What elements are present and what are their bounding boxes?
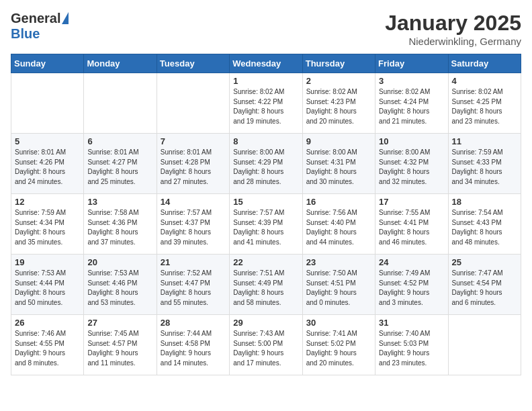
day-header-monday: Monday xyxy=(84,54,157,73)
day-number: 25 xyxy=(452,257,517,267)
calendar-week-1: 1Sunrise: 8:02 AMSunset: 4:22 PMDaylight… xyxy=(11,73,521,134)
calendar-week-4: 19Sunrise: 7:53 AMSunset: 4:44 PMDayligh… xyxy=(11,255,521,315)
day-number: 11 xyxy=(452,136,517,146)
logo: General Blue xyxy=(11,11,69,42)
day-number: 26 xyxy=(15,318,80,328)
day-info: Sunrise: 7:56 AMSunset: 4:40 PMDaylight:… xyxy=(306,208,371,247)
day-info: Sunrise: 7:57 AMSunset: 4:39 PMDaylight:… xyxy=(233,208,298,247)
calendar-cell: 1Sunrise: 8:02 AMSunset: 4:22 PMDaylight… xyxy=(230,73,302,134)
calendar-cell: 30Sunrise: 7:41 AMSunset: 5:02 PMDayligh… xyxy=(302,315,375,375)
day-info: Sunrise: 8:02 AMSunset: 4:22 PMDaylight:… xyxy=(233,87,298,126)
day-number: 21 xyxy=(161,257,226,267)
day-info: Sunrise: 8:01 AMSunset: 4:26 PMDaylight:… xyxy=(15,148,80,187)
calendar-cell: 2Sunrise: 8:02 AMSunset: 4:23 PMDaylight… xyxy=(302,73,375,134)
day-number: 9 xyxy=(306,136,371,146)
calendar-cell: 15Sunrise: 7:57 AMSunset: 4:39 PMDayligh… xyxy=(230,194,302,255)
calendar-cell: 25Sunrise: 7:47 AMSunset: 4:54 PMDayligh… xyxy=(448,255,521,315)
day-info: Sunrise: 7:47 AMSunset: 4:54 PMDaylight:… xyxy=(452,269,517,308)
calendar-cell xyxy=(84,73,157,134)
logo-triangle-icon xyxy=(62,12,69,24)
calendar-cell: 21Sunrise: 7:52 AMSunset: 4:47 PMDayligh… xyxy=(157,255,229,315)
calendar-cell xyxy=(11,73,84,134)
day-number: 13 xyxy=(87,197,152,207)
calendar-cell: 18Sunrise: 7:54 AMSunset: 4:43 PMDayligh… xyxy=(448,194,521,255)
day-info: Sunrise: 7:53 AMSunset: 4:46 PMDaylight:… xyxy=(87,269,152,308)
day-info: Sunrise: 7:58 AMSunset: 4:36 PMDaylight:… xyxy=(87,208,152,247)
calendar-week-5: 26Sunrise: 7:46 AMSunset: 4:55 PMDayligh… xyxy=(11,315,521,375)
calendar-cell: 8Sunrise: 8:00 AMSunset: 4:29 PMDaylight… xyxy=(230,134,302,194)
day-number: 1 xyxy=(233,76,298,86)
day-number: 5 xyxy=(15,136,80,146)
day-info: Sunrise: 8:01 AMSunset: 4:27 PMDaylight:… xyxy=(87,148,152,187)
calendar-cell: 20Sunrise: 7:53 AMSunset: 4:46 PMDayligh… xyxy=(84,255,157,315)
calendar-cell: 31Sunrise: 7:40 AMSunset: 5:03 PMDayligh… xyxy=(375,315,448,375)
day-info: Sunrise: 7:40 AMSunset: 5:03 PMDaylight:… xyxy=(379,329,444,368)
calendar-cell: 6Sunrise: 8:01 AMSunset: 4:27 PMDaylight… xyxy=(84,134,157,194)
day-info: Sunrise: 7:41 AMSunset: 5:02 PMDaylight:… xyxy=(306,329,371,368)
day-number: 12 xyxy=(15,197,80,207)
day-info: Sunrise: 8:01 AMSunset: 4:28 PMDaylight:… xyxy=(161,148,226,187)
calendar-cell: 24Sunrise: 7:49 AMSunset: 4:52 PMDayligh… xyxy=(375,255,448,315)
day-number: 19 xyxy=(15,257,80,267)
calendar-cell: 26Sunrise: 7:46 AMSunset: 4:55 PMDayligh… xyxy=(11,315,84,375)
day-info: Sunrise: 7:57 AMSunset: 4:37 PMDaylight:… xyxy=(161,208,226,247)
day-number: 18 xyxy=(452,197,517,207)
day-number: 20 xyxy=(87,257,152,267)
day-number: 4 xyxy=(452,76,517,86)
day-info: Sunrise: 7:53 AMSunset: 4:44 PMDaylight:… xyxy=(15,269,80,308)
calendar-cell: 17Sunrise: 7:55 AMSunset: 4:41 PMDayligh… xyxy=(375,194,448,255)
title-block: January 2025 Niederwinkling, Germany xyxy=(385,11,521,47)
day-info: Sunrise: 7:50 AMSunset: 4:51 PMDaylight:… xyxy=(306,269,371,308)
day-number: 27 xyxy=(87,318,152,328)
day-info: Sunrise: 7:54 AMSunset: 4:43 PMDaylight:… xyxy=(452,208,517,247)
calendar-cell: 29Sunrise: 7:43 AMSunset: 5:00 PMDayligh… xyxy=(230,315,302,375)
calendar-cell: 14Sunrise: 7:57 AMSunset: 4:37 PMDayligh… xyxy=(157,194,229,255)
day-number: 2 xyxy=(306,76,371,86)
day-info: Sunrise: 7:44 AMSunset: 4:58 PMDaylight:… xyxy=(161,329,226,368)
calendar-cell: 3Sunrise: 8:02 AMSunset: 4:24 PMDaylight… xyxy=(375,73,448,134)
calendar-cell xyxy=(448,315,521,375)
day-number: 16 xyxy=(306,197,371,207)
day-info: Sunrise: 7:59 AMSunset: 4:34 PMDaylight:… xyxy=(15,208,80,247)
day-number: 28 xyxy=(161,318,226,328)
calendar-week-3: 12Sunrise: 7:59 AMSunset: 4:34 PMDayligh… xyxy=(11,194,521,255)
day-number: 31 xyxy=(379,318,444,328)
day-number: 30 xyxy=(306,318,371,328)
calendar-cell: 7Sunrise: 8:01 AMSunset: 4:28 PMDaylight… xyxy=(157,134,229,194)
day-info: Sunrise: 7:45 AMSunset: 4:57 PMDaylight:… xyxy=(87,329,152,368)
day-info: Sunrise: 8:02 AMSunset: 4:24 PMDaylight:… xyxy=(379,87,444,126)
day-number: 22 xyxy=(233,257,298,267)
day-number: 8 xyxy=(233,136,298,146)
calendar-cell: 4Sunrise: 8:02 AMSunset: 4:25 PMDaylight… xyxy=(448,73,521,134)
calendar-cell: 22Sunrise: 7:51 AMSunset: 4:49 PMDayligh… xyxy=(230,255,302,315)
logo-blue-text: Blue xyxy=(11,26,40,42)
location-subtitle: Niederwinkling, Germany xyxy=(385,36,521,47)
day-number: 7 xyxy=(161,136,226,146)
calendar-cell: 11Sunrise: 7:59 AMSunset: 4:33 PMDayligh… xyxy=(448,134,521,194)
calendar-cell: 10Sunrise: 8:00 AMSunset: 4:32 PMDayligh… xyxy=(375,134,448,194)
day-info: Sunrise: 7:55 AMSunset: 4:41 PMDaylight:… xyxy=(379,208,444,247)
day-number: 14 xyxy=(161,197,226,207)
day-header-sunday: Sunday xyxy=(11,54,84,73)
day-info: Sunrise: 8:00 AMSunset: 4:29 PMDaylight:… xyxy=(233,148,298,187)
calendar-cell: 9Sunrise: 8:00 AMSunset: 4:31 PMDaylight… xyxy=(302,134,375,194)
month-title: January 2025 xyxy=(385,11,521,36)
calendar-cell xyxy=(157,73,229,134)
calendar-cell: 16Sunrise: 7:56 AMSunset: 4:40 PMDayligh… xyxy=(302,194,375,255)
day-info: Sunrise: 8:02 AMSunset: 4:25 PMDaylight:… xyxy=(452,87,517,126)
day-number: 6 xyxy=(87,136,152,146)
day-info: Sunrise: 7:43 AMSunset: 5:00 PMDaylight:… xyxy=(233,329,298,368)
calendar-cell: 5Sunrise: 8:01 AMSunset: 4:26 PMDaylight… xyxy=(11,134,84,194)
day-header-saturday: Saturday xyxy=(448,54,521,73)
day-number: 23 xyxy=(306,257,371,267)
day-number: 15 xyxy=(233,197,298,207)
day-info: Sunrise: 7:51 AMSunset: 4:49 PMDaylight:… xyxy=(233,269,298,308)
day-header-friday: Friday xyxy=(375,54,448,73)
day-number: 29 xyxy=(233,318,298,328)
day-header-wednesday: Wednesday xyxy=(230,54,302,73)
calendar-week-2: 5Sunrise: 8:01 AMSunset: 4:26 PMDaylight… xyxy=(11,134,521,194)
calendar-cell: 27Sunrise: 7:45 AMSunset: 4:57 PMDayligh… xyxy=(84,315,157,375)
day-header-tuesday: Tuesday xyxy=(157,54,229,73)
day-info: Sunrise: 7:46 AMSunset: 4:55 PMDaylight:… xyxy=(15,329,80,368)
day-number: 3 xyxy=(379,76,444,86)
